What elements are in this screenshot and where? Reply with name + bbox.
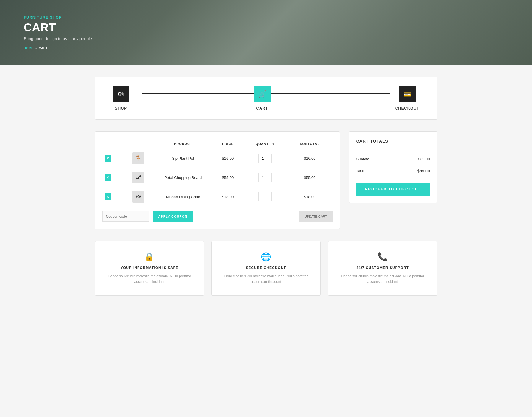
table-row: ✕ 🍽 Nishan Dining Chair $18.00 $18.00 [102, 187, 333, 206]
total-value: $89.00 [417, 169, 430, 173]
remove-item-button[interactable]: ✕ [105, 193, 111, 200]
subtotal-label: Subtotal [356, 157, 370, 161]
breadcrumb: HOME » CART [24, 46, 92, 50]
product-name: Petal Chopping Board [154, 168, 213, 187]
product-subtotal: $55.00 [287, 168, 333, 187]
cart-totals-title: CART TOTALS [356, 139, 430, 147]
col-price: PRICE [213, 139, 243, 149]
coupon-row: APPLY COUPON UPDATE CART [102, 206, 333, 222]
cart-icon-box[interactable]: 🛒 [254, 86, 271, 102]
shop-name: FURNITURE SHOP [24, 15, 92, 19]
table-row: ✕ 🛋 Petal Chopping Board $55.00 $55.00 [102, 168, 333, 187]
col-thumb [123, 139, 154, 149]
product-name: Nishan Dining Chair [154, 187, 213, 206]
step-shop[interactable]: 🛍 SHOP [113, 86, 129, 110]
cart-table: PRODUCT PRICE QUANTITY SUBTOTAL ✕ 🪑 Sip … [102, 139, 333, 206]
proceed-checkout-button[interactable]: PROCEED TO CHECKOUT [356, 183, 430, 196]
table-row: ✕ 🪑 Sip Plant Pot $16.00 $16.00 [102, 149, 333, 168]
info-card-secure: 🌐 SECURE CHECKOUT Donec sollicitudin mol… [211, 241, 321, 296]
col-remove [102, 139, 123, 149]
cart-section: PRODUCT PRICE QUANTITY SUBTOTAL ✕ 🪑 Sip … [95, 131, 437, 229]
main-wrapper: 🛍 SHOP 🛒 CART 💳 CHECKOUT [89, 65, 443, 307]
breadcrumb-home[interactable]: HOME [24, 46, 33, 50]
lock-icon: 🔒 [102, 252, 197, 262]
product-subtotal: $16.00 [287, 149, 333, 168]
cart-totals-card: CART TOTALS Subtotal $89.00 Total $89.00… [349, 131, 437, 203]
info-card-support: 📞 24/7 CUSTOMER SUPPORT Donec sollicitud… [328, 241, 437, 296]
product-subtotal: $18.00 [287, 187, 333, 206]
shop-icon-box[interactable]: 🛍 [113, 86, 129, 102]
step-checkout[interactable]: 💳 CHECKOUT [395, 86, 419, 110]
info-safe-desc: Donec sollicitudin molestie malesuada. N… [102, 273, 197, 285]
product-price: $55.00 [213, 168, 243, 187]
total-label: Total [356, 169, 364, 173]
product-price: $16.00 [213, 149, 243, 168]
hero-section: FURNITURE SHOP CART Bring good design to… [0, 0, 532, 65]
product-thumb: 🛋 [132, 172, 144, 183]
update-cart-button[interactable]: UPDATE CART [299, 211, 333, 222]
hero-subtitle: Bring good design to as many people [24, 36, 92, 41]
checkout-icon-box[interactable]: 💳 [399, 86, 416, 102]
cart-icon: 🛒 [258, 90, 266, 98]
hero-title: CART [24, 21, 92, 34]
subtotal-row: Subtotal $89.00 [356, 153, 430, 165]
shop-icon: 🛍 [118, 90, 124, 98]
quantity-input[interactable] [258, 173, 272, 182]
step-cart-label: CART [256, 106, 268, 110]
info-secure-desc: Donec sollicitudin molestie malesuada. N… [219, 273, 313, 285]
checkout-icon: 💳 [403, 90, 411, 98]
info-support-title: 24/7 CUSTOMER SUPPORT [335, 266, 430, 270]
step-shop-label: SHOP [115, 106, 127, 110]
info-secure-title: SECURE CHECKOUT [219, 266, 313, 270]
breadcrumb-current: CART [39, 46, 48, 50]
info-support-desc: Donec sollicitudin molestie malesuada. N… [335, 273, 430, 285]
col-subtotal: SUBTOTAL [287, 139, 333, 149]
quantity-input[interactable] [258, 154, 272, 163]
remove-item-button[interactable]: ✕ [105, 174, 111, 181]
info-cards: 🔒 YOUR INFORMATION IS SAFE Donec sollici… [95, 241, 437, 296]
step-checkout-label: CHECKOUT [395, 106, 419, 110]
product-thumb: 🪑 [132, 152, 144, 164]
total-row: Total $89.00 [356, 165, 430, 177]
globe-icon: 🌐 [219, 252, 313, 262]
info-card-safe: 🔒 YOUR INFORMATION IS SAFE Donec sollici… [95, 241, 204, 296]
info-safe-title: YOUR INFORMATION IS SAFE [102, 266, 197, 270]
quantity-input[interactable] [258, 192, 272, 201]
product-thumb: 🍽 [132, 191, 144, 203]
step-cart[interactable]: 🛒 CART [254, 86, 271, 110]
product-name: Sip Plant Pot [154, 149, 213, 168]
breadcrumb-separator: » [35, 46, 37, 50]
subtotal-value: $89.00 [418, 157, 430, 161]
apply-coupon-button[interactable]: APPLY COUPON [153, 211, 193, 222]
cart-table-card: PRODUCT PRICE QUANTITY SUBTOTAL ✕ 🪑 Sip … [95, 131, 340, 229]
col-product: PRODUCT [154, 139, 213, 149]
phone-icon: 📞 [335, 252, 430, 262]
product-price: $18.00 [213, 187, 243, 206]
col-quantity: QUANTITY [243, 139, 287, 149]
coupon-input[interactable] [102, 211, 149, 222]
remove-item-button[interactable]: ✕ [105, 155, 111, 162]
steps-card: 🛍 SHOP 🛒 CART 💳 CHECKOUT [95, 77, 437, 120]
